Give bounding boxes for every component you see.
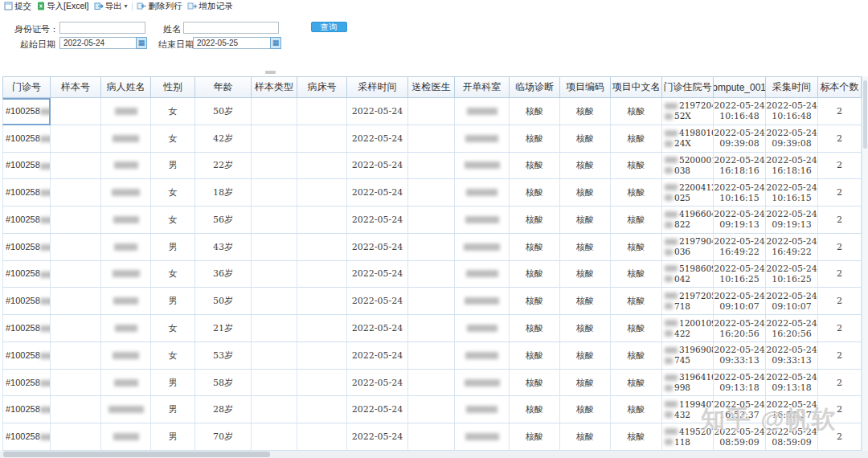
cell-gender[interactable]: 女 [151,207,195,234]
import-excel-button[interactable]: 导入[Excel] [34,1,92,12]
cell-gender[interactable]: 男 [151,153,195,180]
cell-sample-type[interactable] [252,261,297,288]
start-date-calendar-icon[interactable]: ▦ [136,37,147,49]
cell-specimen-count[interactable]: 2 [818,153,862,180]
cell-collect-time[interactable]: 2022-05-2409:19:13 [766,207,818,234]
cell-sample-no[interactable] [51,98,101,125]
cell-age[interactable]: 28岁 [195,396,252,423]
cell-compute-0015[interactable]: 2022-05-2416:18:16 [714,153,766,180]
cell-bed-no[interactable] [297,423,347,451]
column-header-patient-name[interactable]: 病人姓名 [101,76,151,98]
cell-project-code[interactable]: 核酸 [560,288,611,315]
end-date-calendar-icon[interactable]: ▦ [270,37,281,49]
table-row[interactable]: #100258女18岁2022-05-24核酸核酸核酸2200412025202… [2,179,862,207]
cell-admission-id[interactable]: 2200412025 [662,179,714,207]
cell-sample-type[interactable] [252,396,297,423]
cell-compute-0015[interactable]: 2022-05-2409:19:13 [714,207,766,234]
name-input[interactable] [183,22,279,34]
cell-project-name[interactable]: 核酸 [611,423,662,451]
cell-compute-0015[interactable]: 2022-05-2409:39:08 [714,125,766,153]
cell-age[interactable]: 21岁 [195,315,252,342]
cell-collect-time[interactable]: 2022-05-2410:16:15 [766,179,818,207]
cell-project-name[interactable]: 核酸 [611,342,662,370]
cell-diagnosis[interactable]: 核酸 [510,125,560,153]
cell-sample-no[interactable] [51,342,101,370]
cell-admission-id[interactable]: 1200109422 [662,315,714,342]
cell-age[interactable]: 50岁 [195,98,252,125]
horizontal-scrollbar-thumb[interactable] [3,452,270,457]
cell-specimen-count[interactable]: 2 [818,207,862,234]
column-header-collect-time[interactable]: 采集时间 [766,76,818,98]
cell-age[interactable]: 18岁 [195,179,252,207]
column-header-diagnosis[interactable]: 临场诊断 [510,76,560,98]
cell-age[interactable]: 58岁 [195,370,252,397]
cell-department[interactable] [455,370,510,397]
cell-project-name[interactable]: 核酸 [611,98,662,125]
cell-sampling-time[interactable]: 2022-05-24 [347,423,408,451]
table-row[interactable]: #100258女50岁2022-05-24核酸核酸核酸219720452X202… [2,98,862,125]
cell-diagnosis[interactable]: 核酸 [510,153,560,180]
table-row[interactable]: #100258男28岁2022-05-24核酸核酸核酸1199407432202… [2,396,862,423]
delete-row-button[interactable]: 删除列行 [134,1,185,12]
cell-admission-id[interactable]: 2197904036 [662,234,714,261]
cell-compute-0015[interactable]: 2022-05-2416:49:22 [714,234,766,261]
cell-sample-no[interactable] [51,315,101,342]
table-row[interactable]: #100258女56岁2022-05-24核酸核酸核酸4196604822202… [2,207,862,234]
column-header-admission-id[interactable]: 门诊住院号 [662,76,714,98]
cell-bed-no[interactable] [297,315,347,342]
cell-project-name[interactable]: 核酸 [611,315,662,342]
cell-doctor[interactable] [408,315,455,342]
column-resize-indicator[interactable] [265,71,276,74]
cell-collect-time[interactable]: 2022-05-2409:10:07 [766,288,818,315]
cell-collect-time[interactable]: 2022-05-2416:18:16 [766,153,818,180]
cell-sampling-time[interactable]: 2022-05-24 [347,207,408,234]
cell-collect-time[interactable]: 2022-05-2408:59:09 [766,423,818,451]
cell-admission-id[interactable]: 3196410998 [662,370,714,397]
cell-compute-0015[interactable]: 2022-05-2409:10:07 [714,288,766,315]
cell-compute-0015[interactable]: 2022-05-2409:13:18 [714,370,766,397]
cell-outpatient-no[interactable]: #100258 [2,207,51,234]
cell-admission-id[interactable]: 1199407432 [662,396,714,423]
cell-age[interactable]: 22岁 [195,153,252,180]
cell-doctor[interactable] [408,207,455,234]
cell-specimen-count[interactable]: 2 [818,125,862,153]
vertical-scrollbar[interactable] [862,76,868,451]
column-header-specimen-count[interactable]: 标本个数 [818,76,862,98]
table-row[interactable]: #100258女53岁2022-05-24核酸核酸核酸3196908745202… [2,342,862,370]
cell-bed-no[interactable] [297,342,347,370]
cell-bed-no[interactable] [297,396,347,423]
cell-age[interactable]: 56岁 [195,207,252,234]
cell-specimen-count[interactable]: 2 [818,423,862,451]
cell-gender[interactable]: 女 [151,342,195,370]
cell-age[interactable]: 42岁 [195,125,252,153]
column-header-doctor[interactable]: 送检医生 [408,76,455,98]
cell-department[interactable] [455,179,510,207]
vertical-scrollbar-thumb[interactable] [863,80,867,149]
cell-age[interactable]: 50岁 [195,288,252,315]
cell-admission-id[interactable]: 5200001038 [662,153,714,180]
cell-collect-time[interactable]: 2022-05-2410:16:25 [766,261,818,288]
cell-department[interactable] [455,288,510,315]
column-header-sample-no[interactable]: 样本号 [51,76,101,98]
cell-gender[interactable]: 男 [151,396,195,423]
cell-diagnosis[interactable]: 核酸 [510,370,560,397]
column-header-outpatient-no[interactable]: 门诊号 [2,76,51,98]
cell-doctor[interactable] [408,423,455,451]
cell-collect-time[interactable]: 2022-05-2409:13:18 [766,370,818,397]
cell-department[interactable] [455,98,510,125]
cell-collect-time[interactable]: 2022-05-2416:53:37 [766,396,818,423]
add-record-button[interactable]: 增加记录 [185,1,235,12]
cell-sampling-time[interactable]: 2022-05-24 [347,153,408,180]
cell-department[interactable] [455,153,510,180]
cell-specimen-count[interactable]: 2 [818,315,862,342]
cell-department[interactable] [455,207,510,234]
cell-sample-type[interactable] [252,423,297,451]
column-header-project-name[interactable]: 项目中文名 [611,76,662,98]
submit-button[interactable]: 提交 [2,1,34,12]
cell-sample-no[interactable] [51,261,101,288]
cell-diagnosis[interactable]: 核酸 [510,261,560,288]
cell-project-name[interactable]: 核酸 [611,207,662,234]
cell-bed-no[interactable] [297,234,347,261]
cell-admission-id[interactable]: 219720452X [662,98,714,125]
cell-sample-no[interactable] [51,207,101,234]
